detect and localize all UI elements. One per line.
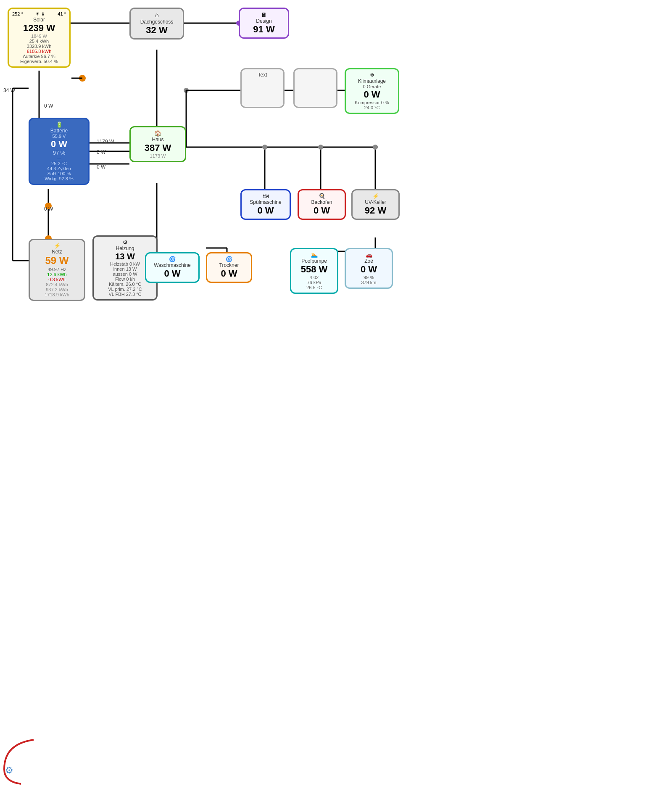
solar-sub3: 3328.9 kWh (12, 44, 66, 49)
batterie-icon: 🔋 (33, 121, 85, 128)
zoe-km: 379 km (349, 280, 388, 285)
heizung-title: Heizung (97, 245, 153, 251)
dach-power: 32 W (134, 25, 179, 36)
netz-kwh3: 872.4 kWh (33, 282, 81, 287)
dach-title: Dachgeschoss (134, 19, 179, 25)
netz-kwh1: 12.6 kWh (33, 272, 81, 277)
haus-power: 387 W (134, 142, 182, 153)
klima-kompressor: Kompressor 0 % (349, 100, 395, 105)
poolpumpe-time: 4:02 (295, 275, 334, 280)
zoe-icon: 🚗 (349, 252, 388, 258)
trockner-power: 0 W (211, 268, 248, 279)
backofen-power: 0 W (302, 205, 341, 216)
klima-temp: 24.0 °C (349, 105, 395, 110)
dach-icon: ⌂ (134, 11, 179, 19)
svg-point-31 (373, 145, 378, 150)
svg-point-24 (79, 75, 86, 82)
label-1179w: 1179 W (97, 139, 114, 145)
svg-point-29 (262, 145, 267, 150)
klima-geraete: 0 Geräte (349, 84, 395, 89)
batterie-voltage: 55.9 V (33, 134, 85, 139)
klima-icon: ❄ (349, 72, 395, 78)
klima-title: Klimaanlage (349, 78, 395, 84)
empty-node-1[interactable] (293, 68, 337, 108)
haus-node[interactable]: 🏠 Haus 387 W 1173 W (129, 126, 186, 162)
design-title: Design (243, 18, 285, 24)
trockner-title: Trockner (211, 262, 248, 268)
poolpumpe-power: 558 W (295, 264, 334, 275)
solar-power: 1239 W (12, 23, 66, 34)
klima-power: 0 W (349, 89, 395, 100)
zoe-node[interactable]: 🚗 Zoë 0 W 99 % 379 km (345, 248, 393, 289)
solar-node[interactable]: 252 ° ☀ 🌡 41 ° Solar 1239 W 1849 W 25.4 … (8, 8, 71, 68)
trockner-node[interactable]: 🌀 Trockner 0 W (206, 252, 252, 283)
spuelmaschine-node[interactable]: 🍽 Spülmaschine 0 W (240, 189, 291, 220)
label-0w-lower: 0 W (44, 206, 53, 212)
netz-freq: 49.97 Hz (33, 267, 81, 272)
design-icon: 🖥 (243, 11, 285, 18)
solar-sub1: 1849 W (12, 34, 66, 39)
klima-node[interactable]: ❄ Klimaanlage 0 Geräte 0 W Kompressor 0 … (345, 68, 399, 114)
dach-node[interactable]: ⌂ Dachgeschoss 32 W (129, 8, 184, 40)
netz-kwh5: 1718.9 kWh (33, 292, 81, 297)
solar-degrees: 41 ° (58, 11, 66, 17)
label-0w-left: 0 W (44, 103, 53, 109)
spuelmaschine-icon: 🍽 (245, 193, 286, 199)
poolpumpe-icon: 🏊 (295, 252, 334, 258)
solar-sub6: Eigenverb. 50.4 % (12, 59, 66, 64)
netz-icon: ⚡ (33, 243, 81, 249)
spuelmaschine-power: 0 W (245, 205, 286, 216)
batterie-soh: SoH 100 % (33, 171, 85, 176)
batterie-node[interactable]: 🔋 Batterie 55.9 V 0 W 97 % — 25.2 °C 44.… (29, 118, 90, 185)
label-0w-right: 0 W (97, 164, 105, 170)
uvkeller-node[interactable]: ⚡ UV-Keller 92 W (351, 189, 400, 220)
uvkeller-power: 92 W (356, 205, 395, 216)
bottom-arc (0, 736, 42, 786)
uvkeller-title: UV-Keller (356, 199, 395, 205)
batterie-wirkg: Wirkg. 92.8 % (33, 176, 85, 181)
batterie-title: Batterie (33, 128, 85, 134)
svg-point-30 (318, 145, 323, 150)
netz-kwh2: 0.3 kWh (33, 277, 81, 282)
backofen-icon: 🍳 (302, 193, 341, 199)
waschmaschine-node[interactable]: 🌀 Waschmaschine 0 W (145, 252, 200, 283)
solar-title: Solar (12, 17, 66, 23)
solar-sub5: Autarkie 96.7 % (12, 54, 66, 59)
design-node[interactable]: 🖥 Design 91 W (239, 8, 289, 39)
poolpumpe-pressure: 76 kPa (295, 280, 334, 285)
backofen-node[interactable]: 🍳 Backofen 0 W (298, 189, 346, 220)
design-power: 91 W (243, 24, 285, 35)
text-node[interactable]: Text (240, 68, 285, 108)
poolpumpe-temp: 26.5 °C (295, 285, 334, 290)
waschmaschine-power: 0 W (150, 268, 195, 279)
haus-sub: 1173 W (134, 153, 182, 158)
netz-title: Netz (33, 249, 81, 255)
heizung-vl-prim: VL prim. 27.2 °C (97, 287, 153, 292)
trockner-icon: 🌀 (211, 256, 248, 262)
batterie-dash: — (33, 156, 85, 161)
solar-sub4: 6105.8 kWh (12, 49, 66, 54)
label-34w: 34 W (3, 87, 15, 93)
waschmaschine-title: Waschmaschine (150, 262, 195, 268)
netz-node[interactable]: ⚡ Netz 59 W 49.97 Hz 12.6 kWh 0.3 kWh 87… (29, 239, 85, 301)
batterie-power: 0 W (33, 139, 85, 150)
svg-point-28 (184, 88, 189, 93)
haus-title: Haus (134, 137, 182, 142)
netz-power: 59 W (33, 255, 81, 267)
haus-icon: 🏠 (134, 130, 182, 137)
backofen-title: Backofen (302, 199, 341, 205)
heizung-kaltem: Kältem. 26.0 °C (97, 282, 153, 287)
batterie-temp: 25.2 °C (33, 161, 85, 166)
solar-icon: ☀ 🌡 (35, 11, 45, 17)
poolpumpe-node[interactable]: 🏊 Poolpumpe 558 W 4:02 76 kPa 26.5 °C (290, 248, 338, 294)
text-title: Text (245, 72, 280, 78)
heizung-vl-fbh: VL FBH 27.3 °C (97, 292, 153, 297)
solar-temp: 252 ° (12, 11, 23, 17)
zoe-power: 0 W (349, 264, 388, 275)
netz-kwh4: 937.2 kWh (33, 287, 81, 292)
batterie-percent: 97 % (33, 150, 85, 156)
uvkeller-icon: ⚡ (356, 193, 395, 199)
batterie-zyklen: 44.3 Zyklen (33, 166, 85, 171)
label-0w-mid: 0 W (97, 149, 105, 155)
zoe-percent: 99 % (349, 275, 388, 280)
